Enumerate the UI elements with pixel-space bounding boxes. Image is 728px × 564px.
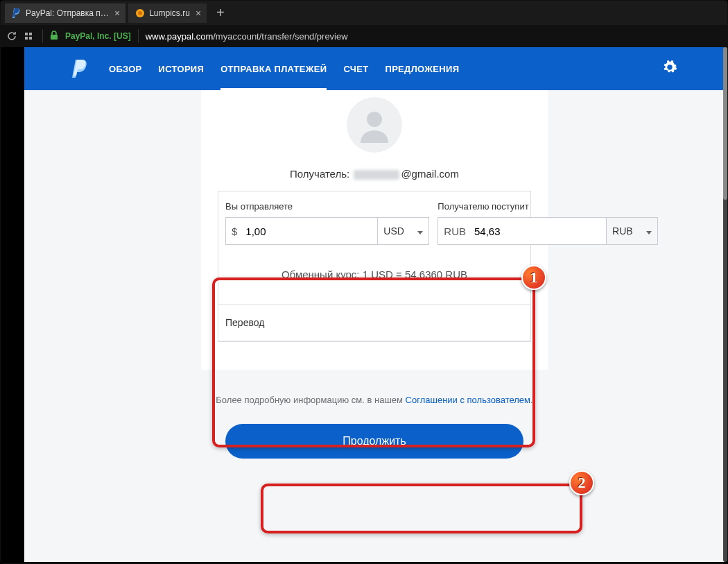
paypal-header: ОБЗОР ИСТОРИЯ ОТПРАВКА ПЛАТЕЖЕЙ СЧЕТ ПРЕ… (24, 47, 725, 90)
app-frame: PayPal: Отправка платеж × Lumpics.ru × +… (0, 0, 728, 564)
browser-tabbar: PayPal: Отправка платеж × Lumpics.ru × + (1, 1, 727, 25)
recipient-label: Получатель: (290, 168, 349, 180)
chevron-down-icon (417, 225, 423, 237)
svg-point-1 (138, 11, 142, 15)
scrollbar-thumb[interactable] (723, 47, 727, 200)
ev-cert-label[interactable]: PayPal, Inc. [US] (65, 31, 131, 41)
browser-tab-paypal[interactable]: PayPal: Отправка платеж × (5, 3, 125, 23)
tab-title: PayPal: Отправка платеж (26, 8, 109, 18)
continue-button[interactable]: Продолжить (225, 424, 523, 459)
send-currency-value: USD (383, 225, 404, 237)
chevron-down-icon (646, 225, 652, 237)
browser-urlbar: PayPal, Inc. [US] www.paypal.com/myaccou… (1, 25, 727, 47)
recv-currency-symbol: RUB (438, 218, 469, 244)
recipient-gets-label: Получателю поступит (437, 201, 658, 212)
recipient-email-suffix: @gmail.com (401, 168, 459, 180)
lock-icon[interactable] (50, 31, 58, 42)
exchange-rate-text: Обменный курс: 1 USD = 54,6360 RUB (218, 245, 530, 304)
reload-icon[interactable] (6, 31, 17, 42)
svg-point-7 (367, 112, 382, 127)
recipient-avatar-icon (347, 97, 402, 153)
recipient-name-redacted (354, 170, 399, 180)
recv-currency-value: RUB (612, 225, 633, 237)
send-currency-symbol: $ (226, 218, 240, 244)
nav-offers[interactable]: ПРЕДЛОЖЕНИЯ (385, 47, 460, 90)
address-bar[interactable]: www.paypal.com/myaccount/transfer/send/p… (146, 31, 348, 42)
recv-currency-select[interactable]: RUB (606, 218, 657, 244)
transfer-card: Получатель: @gmail.com Вы отправляете $ … (201, 90, 548, 370)
apps-icon[interactable] (24, 31, 35, 42)
tab-title: Lumpics.ru (149, 8, 190, 18)
annotation-badge-2: 2 (569, 470, 594, 495)
paypal-logo-icon[interactable] (71, 58, 89, 79)
send-amount-input[interactable] (240, 218, 377, 244)
gear-icon[interactable] (662, 60, 677, 78)
svg-rect-3 (29, 33, 32, 35)
close-tab-icon[interactable]: × (196, 8, 201, 19)
you-send-label: Вы отправляете (225, 201, 429, 212)
svg-rect-4 (25, 37, 28, 40)
nav-account[interactable]: СЧЕТ (343, 47, 368, 90)
you-send-field: $ USD (225, 217, 429, 245)
svg-rect-5 (29, 37, 32, 40)
nav-history[interactable]: ИСТОРИЯ (159, 47, 205, 90)
recv-amount-input[interactable] (469, 218, 606, 244)
recipient-gets-field: RUB RUB (437, 217, 658, 245)
svg-rect-2 (25, 33, 28, 35)
paypal-nav: ОБЗОР ИСТОРИЯ ОТПРАВКА ПЛАТЕЖЕЙ СЧЕТ ПРЕ… (109, 47, 459, 90)
paypal-favicon-icon (12, 8, 21, 18)
send-currency-select[interactable]: USD (377, 218, 428, 244)
annotation-frame-2 (261, 484, 582, 533)
browser-tab-lumpics[interactable]: Lumpics.ru × (128, 3, 207, 23)
url-host: www.paypal.com (146, 31, 214, 42)
nav-overview[interactable]: ОБЗОР (109, 47, 142, 90)
close-tab-icon[interactable]: × (114, 8, 120, 19)
agreement-text: Более подробную информацию см. в нашем С… (24, 393, 725, 407)
user-agreement-link[interactable]: Соглашении с пользователем (406, 395, 530, 405)
page-scrollbar[interactable] (723, 47, 727, 562)
recipient-line: Получатель: @gmail.com (201, 168, 548, 180)
lumpics-favicon-icon (135, 8, 145, 18)
svg-rect-6 (51, 35, 58, 40)
amount-form: Вы отправляете $ USD Получателю поступит (218, 191, 531, 342)
nav-send-payments[interactable]: ОТПРАВКА ПЛАТЕЖЕЙ (220, 47, 327, 90)
transfer-type-row[interactable]: Перевод (218, 304, 530, 341)
page-viewport: ОБЗОР ИСТОРИЯ ОТПРАВКА ПЛАТЕЖЕЙ СЧЕТ ПРЕ… (24, 47, 725, 562)
url-path: /myaccount/transfer/send/preview (213, 31, 347, 42)
new-tab-button[interactable]: + (209, 5, 232, 21)
